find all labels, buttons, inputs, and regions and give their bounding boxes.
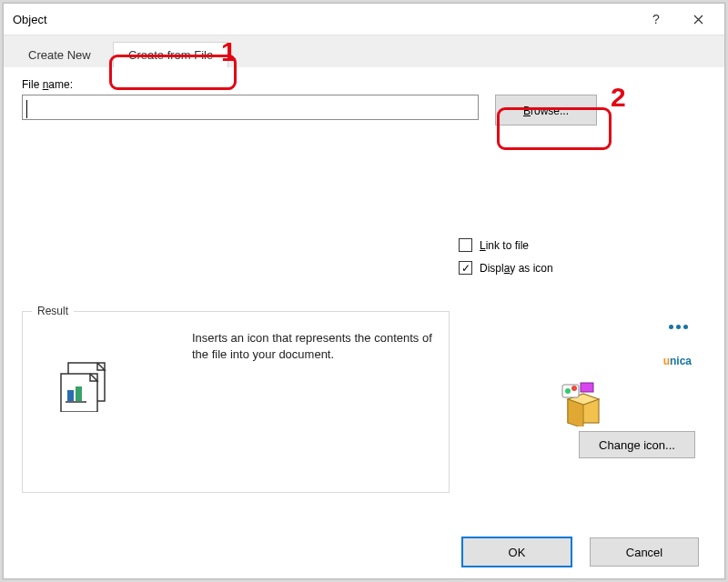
svg-point-9 bbox=[565, 388, 571, 394]
annotation-number-2: 2 bbox=[611, 82, 626, 113]
options-group: Link to file Display as icon bbox=[459, 238, 641, 284]
result-title: Result bbox=[32, 305, 74, 317]
display-as-icon-option[interactable]: Display as icon bbox=[459, 261, 641, 275]
change-icon-button[interactable]: Change icon... bbox=[579, 431, 695, 458]
package-icon bbox=[561, 381, 606, 429]
watermark-logo: unica bbox=[663, 331, 692, 374]
svg-rect-11 bbox=[581, 383, 593, 392]
tab-create-new[interactable]: Create New bbox=[13, 42, 106, 67]
result-description: Inserts an icon that represents the cont… bbox=[192, 330, 438, 363]
titlebar: Object ? bbox=[4, 4, 724, 35]
svg-rect-3 bbox=[76, 386, 82, 401]
text-caret bbox=[26, 100, 27, 118]
checkbox-checked-icon bbox=[459, 261, 472, 275]
help-button[interactable]: ? bbox=[635, 5, 677, 33]
annotation-box-1 bbox=[109, 55, 237, 90]
object-dialog: Object ? Create New Create from File Fil… bbox=[3, 3, 725, 579]
svg-point-10 bbox=[571, 386, 577, 391]
link-to-file-option[interactable]: Link to file bbox=[459, 238, 641, 252]
annotation-box-2 bbox=[497, 107, 612, 150]
logo-dots-icon bbox=[669, 325, 688, 329]
display-as-icon-label: Display as icon bbox=[480, 262, 553, 275]
dialog-title: Object bbox=[13, 13, 635, 26]
close-icon bbox=[693, 15, 703, 25]
insert-object-icon bbox=[59, 361, 108, 415]
result-group: Result Inserts an icon that represents t… bbox=[22, 311, 450, 493]
dialog-footer: OK Cancel bbox=[4, 526, 724, 578]
file-name-input[interactable] bbox=[22, 95, 479, 120]
checkbox-unchecked-icon bbox=[459, 238, 472, 252]
annotation-number-1: 1 bbox=[221, 36, 237, 67]
file-name-label: File name: bbox=[22, 78, 73, 91]
close-button[interactable] bbox=[677, 5, 719, 33]
dialog-body: File name: Browse... Link to file Displa… bbox=[4, 67, 724, 526]
ok-button[interactable]: OK bbox=[462, 537, 571, 567]
link-to-file-label: Link to file bbox=[480, 239, 529, 252]
cancel-button[interactable]: Cancel bbox=[590, 537, 699, 567]
svg-rect-2 bbox=[67, 390, 74, 401]
